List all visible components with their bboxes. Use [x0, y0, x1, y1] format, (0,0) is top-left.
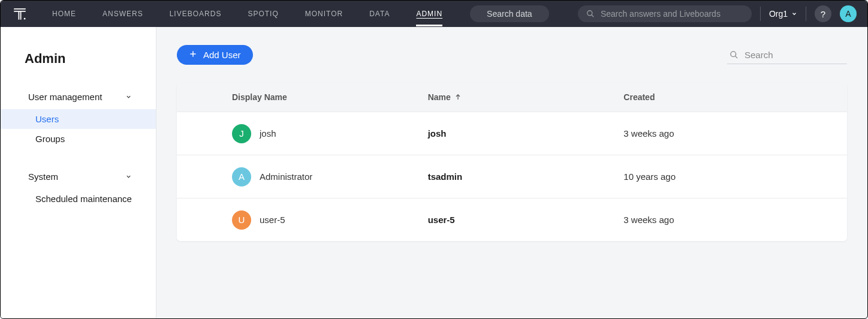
nav-liveboards[interactable]: LIVEBOARDS: [170, 1, 222, 26]
cell-display-name: J josh: [232, 124, 428, 143]
table-row[interactable]: U user-5 user-5 3 weeks ago: [177, 198, 847, 241]
sidebar-section-user-management: User management Users Groups: [1, 85, 156, 149]
page-body: Admin User management Users Groups Syste…: [1, 27, 867, 318]
search-answers-input[interactable]: [601, 9, 741, 19]
main-header: Add User: [177, 45, 847, 65]
cell-display-name: A Administrator: [232, 167, 428, 186]
table-row[interactable]: A Administrator tsadmin 10 years ago: [177, 155, 847, 198]
nav-data[interactable]: DATA: [369, 1, 390, 26]
add-user-label: Add User: [203, 50, 241, 60]
chevron-down-icon: [125, 94, 132, 100]
search-icon: [586, 10, 595, 18]
sort-ascending-icon: [454, 94, 462, 101]
org-switcher[interactable]: Org1: [769, 9, 797, 19]
org-name: Org1: [769, 9, 788, 19]
admin-sidebar: Admin User management Users Groups Syste…: [1, 27, 156, 318]
divider: [760, 7, 761, 21]
search-icon: [730, 50, 739, 59]
topbar-right: Org1 ? A: [578, 5, 857, 22]
column-label: Name: [428, 92, 451, 102]
avatar: A: [232, 167, 251, 186]
column-created[interactable]: Created: [623, 92, 819, 102]
table-header: Display Name Name Created: [177, 83, 847, 112]
divider: [806, 7, 806, 21]
table-search-input[interactable]: [745, 50, 858, 60]
column-label: Created: [623, 92, 655, 102]
svg-line-10: [735, 56, 737, 58]
nav-answers[interactable]: ANSWERS: [103, 1, 143, 26]
nav-spotiq[interactable]: SPOTIQ: [248, 1, 278, 26]
cell-name: josh: [428, 128, 624, 139]
display-name-text: user-5: [260, 215, 285, 225]
sidebar-item-scheduled-maintenance[interactable]: Scheduled maintenance: [1, 189, 156, 209]
cell-display-name: U user-5: [232, 210, 428, 230]
column-label: Display Name: [232, 92, 287, 102]
avatar: J: [232, 124, 251, 143]
sidebar-section-system: System Scheduled maintenance: [1, 164, 156, 209]
top-navbar: HOME ANSWERS LIVEBOARDS SPOTIQ MONITOR D…: [1, 1, 867, 27]
app-logo[interactable]: [11, 5, 28, 22]
user-avatar[interactable]: A: [840, 5, 857, 22]
primary-nav: HOME ANSWERS LIVEBOARDS SPOTIQ MONITOR D…: [52, 1, 442, 26]
cell-created: 10 years ago: [623, 171, 819, 182]
main-content: Add User Display Name Name: [156, 27, 867, 318]
search-answers-container[interactable]: [578, 5, 752, 22]
cell-created: 3 weeks ago: [623, 128, 819, 139]
cell-name: user-5: [428, 215, 624, 225]
table-row[interactable]: J josh josh 3 weeks ago: [177, 112, 847, 155]
plus-icon: [189, 50, 197, 60]
sidebar-header-system[interactable]: System: [1, 164, 156, 189]
svg-point-5: [587, 11, 592, 16]
users-table: Display Name Name Created J josh: [177, 83, 847, 241]
nav-admin[interactable]: ADMIN: [416, 1, 442, 26]
sidebar-header-label: System: [28, 171, 58, 182]
sidebar-item-groups[interactable]: Groups: [1, 129, 156, 149]
column-display-name[interactable]: Display Name: [232, 92, 428, 102]
sidebar-header-user-management[interactable]: User management: [1, 85, 156, 109]
sidebar-item-users[interactable]: Users: [1, 109, 156, 129]
chevron-down-icon: [125, 173, 132, 180]
cell-created: 3 weeks ago: [623, 215, 819, 225]
table-search[interactable]: [727, 46, 847, 64]
display-name-text: Administrator: [260, 171, 312, 182]
help-button[interactable]: ?: [815, 5, 831, 22]
avatar: U: [232, 210, 251, 230]
cell-name: tsadmin: [428, 171, 624, 182]
nav-home[interactable]: HOME: [52, 1, 76, 26]
svg-point-9: [731, 51, 736, 56]
nav-monitor[interactable]: MONITOR: [305, 1, 343, 26]
search-data-button[interactable]: Search data: [470, 5, 549, 22]
chevron-down-icon: [791, 11, 797, 17]
svg-line-6: [592, 15, 594, 17]
column-name[interactable]: Name: [428, 92, 624, 102]
svg-point-4: [24, 18, 26, 20]
sidebar-header-label: User management: [28, 92, 102, 102]
add-user-button[interactable]: Add User: [177, 45, 253, 65]
page-title: Admin: [1, 51, 156, 85]
display-name-text: josh: [260, 128, 276, 139]
